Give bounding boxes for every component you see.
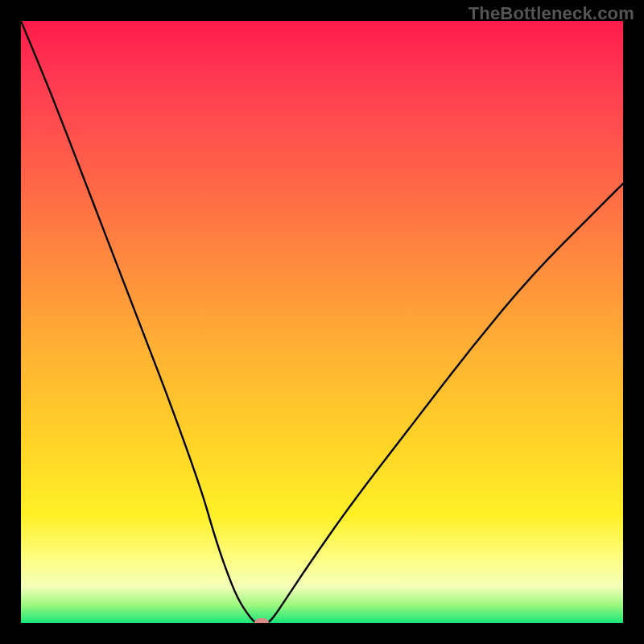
curve-svg bbox=[21, 21, 623, 623]
bottleneck-curve bbox=[21, 21, 623, 623]
minimum-marker bbox=[254, 618, 269, 623]
plot-area bbox=[21, 21, 623, 623]
chart-frame: TheBottleneck.com bbox=[0, 0, 644, 644]
